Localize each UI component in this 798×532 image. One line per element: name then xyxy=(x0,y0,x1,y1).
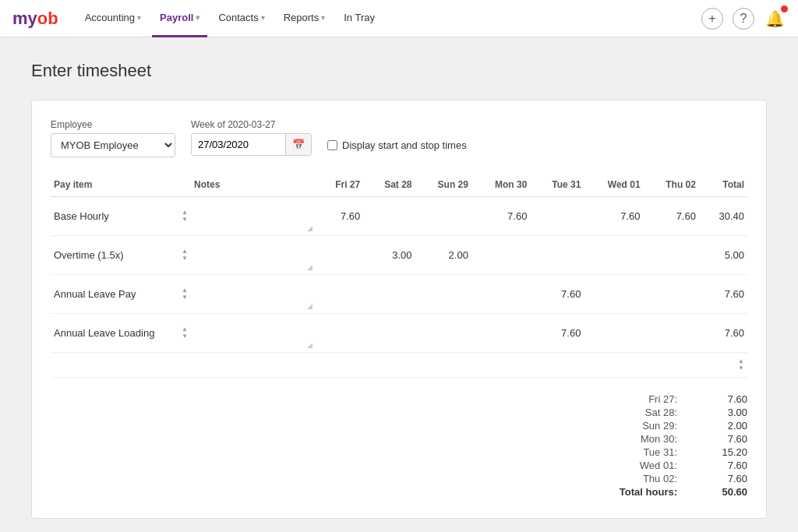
spinner-up-icon[interactable]: ▲ xyxy=(182,210,188,216)
notes-input[interactable] xyxy=(194,200,312,222)
pay-item-spinner[interactable]: ▲ ▼ xyxy=(182,210,188,223)
col-header-fri: Fri 27 xyxy=(316,173,363,197)
col-header-pay-item: Pay item xyxy=(51,173,191,197)
date-input[interactable] xyxy=(192,134,285,155)
page-title: Enter timesheet xyxy=(31,61,767,81)
pay-item-name: Base Hourly xyxy=(54,210,109,222)
bell-icon: 🔔 xyxy=(765,9,785,28)
table-row: Overtime (1.5x) ▲ ▼ ◢3.002.005.00 xyxy=(51,236,747,275)
cell-tue[interactable] xyxy=(530,236,584,275)
cell-wed[interactable] xyxy=(584,236,643,275)
summary-row: Sat 28: 3.00 xyxy=(51,407,747,418)
cell-mon[interactable] xyxy=(471,275,530,314)
notes-input[interactable] xyxy=(194,278,312,300)
calendar-icon[interactable]: 📅 xyxy=(285,134,311,155)
cell-tue[interactable]: 7.60 xyxy=(530,275,584,314)
cell-mon[interactable] xyxy=(471,236,530,275)
display-times-row: Display start and stop times xyxy=(327,139,467,151)
pay-item-spinner[interactable]: ▲ ▼ xyxy=(182,248,188,262)
cell-thu[interactable] xyxy=(644,275,699,314)
spinner-down-icon[interactable]: ▼ xyxy=(182,255,188,262)
spinner-down-icon[interactable]: ▼ xyxy=(182,294,188,301)
nav-item-intray[interactable]: In Tray xyxy=(336,0,383,37)
cell-tue[interactable] xyxy=(530,197,584,236)
pay-item-name: Annual Leave Loading xyxy=(54,327,154,339)
resize-handle[interactable]: ◢ xyxy=(194,263,312,271)
logo[interactable]: myob xyxy=(12,9,58,29)
cell-tue[interactable]: 7.60 xyxy=(530,314,584,353)
col-header-thu: Thu 02 xyxy=(644,173,699,197)
spinner-up-icon[interactable]: ▲ xyxy=(182,326,188,333)
cell-fri[interactable] xyxy=(316,236,363,275)
cell-total: 5.00 xyxy=(699,236,747,275)
notification-badge xyxy=(781,5,788,12)
nav-item-accounting[interactable]: Accounting ▾ xyxy=(77,0,149,37)
spinner-up-icon[interactable]: ▲ xyxy=(182,287,188,294)
summary-label: Fri 27: xyxy=(615,393,677,405)
chevron-down-icon: ▾ xyxy=(261,13,265,22)
pay-item-spinner[interactable]: ▲ ▼ xyxy=(182,287,188,301)
cell-thu[interactable] xyxy=(644,314,699,353)
notes-cell: ◢ xyxy=(191,197,316,236)
nav-item-reports[interactable]: Reports ▾ xyxy=(276,0,334,37)
employee-label: Employee xyxy=(51,119,175,130)
resize-handle[interactable]: ◢ xyxy=(194,341,312,349)
spinner-down-icon[interactable]: ▼ xyxy=(182,217,188,223)
resize-handle[interactable]: ◢ xyxy=(194,302,312,310)
chevron-down-icon: ▾ xyxy=(196,13,200,22)
add-row-spinner[interactable]: ▲▼ xyxy=(702,358,744,372)
cell-sat[interactable] xyxy=(363,275,415,314)
summary-label: Thu 02: xyxy=(615,473,677,484)
summary-label: Wed 01: xyxy=(615,460,677,471)
summary-value: 7.60 xyxy=(708,473,747,484)
col-header-wed: Wed 01 xyxy=(584,173,643,197)
col-header-mon: Mon 30 xyxy=(471,173,530,197)
week-field-group: Week of 2020-03-27 📅 xyxy=(191,119,312,156)
cell-sun[interactable] xyxy=(415,197,471,236)
employee-field-group: Employee MYOB Employee xyxy=(51,119,175,157)
cell-fri[interactable]: 7.60 xyxy=(316,197,363,236)
cell-total: 30.40 xyxy=(699,197,747,236)
summary-value: 7.60 xyxy=(708,433,747,445)
notes-cell: ◢ xyxy=(191,314,316,353)
notes-input[interactable] xyxy=(194,239,312,261)
notes-input[interactable] xyxy=(194,317,312,339)
page-content: Enter timesheet Employee MYOB Employee W… xyxy=(0,37,798,532)
resize-handle[interactable]: ◢ xyxy=(194,224,312,232)
summary-label: Mon 30: xyxy=(615,433,677,445)
help-button[interactable]: ? xyxy=(733,8,754,30)
add-button[interactable]: + xyxy=(701,8,723,30)
summary-value: 3.00 xyxy=(708,407,747,418)
top-navigation: myob Accounting ▾ Payroll ▾ Contacts ▾ R… xyxy=(0,0,798,37)
pay-item-spinner[interactable]: ▲ ▼ xyxy=(182,326,188,340)
table-row: Annual Leave Loading ▲ ▼ ◢7.607.60 xyxy=(51,314,747,353)
nav-item-contacts[interactable]: Contacts ▾ xyxy=(210,0,272,37)
cell-sun[interactable] xyxy=(415,275,471,314)
cell-wed[interactable] xyxy=(584,275,643,314)
summary-row: Mon 30: 7.60 xyxy=(51,433,747,445)
cell-mon[interactable] xyxy=(471,314,530,353)
nav-item-payroll[interactable]: Payroll ▾ xyxy=(152,0,207,37)
cell-thu[interactable] xyxy=(644,236,699,275)
display-times-checkbox[interactable] xyxy=(327,140,337,150)
notifications-button[interactable]: 🔔 xyxy=(764,8,786,30)
spinner-up-icon[interactable]: ▲ xyxy=(182,248,188,255)
cell-total: 7.60 xyxy=(699,275,747,314)
cell-sat[interactable]: 3.00 xyxy=(363,236,415,275)
cell-fri[interactable] xyxy=(316,314,363,353)
cell-fri[interactable] xyxy=(316,275,363,314)
cell-mon[interactable]: 7.60 xyxy=(471,197,530,236)
nav-items: Accounting ▾ Payroll ▾ Contacts ▾ Report… xyxy=(77,0,701,37)
cell-sun[interactable] xyxy=(415,314,471,353)
cell-wed[interactable]: 7.60 xyxy=(584,197,643,236)
summary-value: 15.20 xyxy=(708,446,747,458)
cell-thu[interactable]: 7.60 xyxy=(644,197,699,236)
cell-sat[interactable] xyxy=(363,197,415,236)
spinner-down-icon[interactable]: ▼ xyxy=(182,333,188,340)
total-hours-value: 50.60 xyxy=(708,486,747,498)
employee-select[interactable]: MYOB Employee xyxy=(51,133,175,157)
cell-sat[interactable] xyxy=(363,314,415,353)
help-icon: ? xyxy=(740,12,747,26)
cell-wed[interactable] xyxy=(584,314,643,353)
cell-sun[interactable]: 2.00 xyxy=(415,236,471,275)
